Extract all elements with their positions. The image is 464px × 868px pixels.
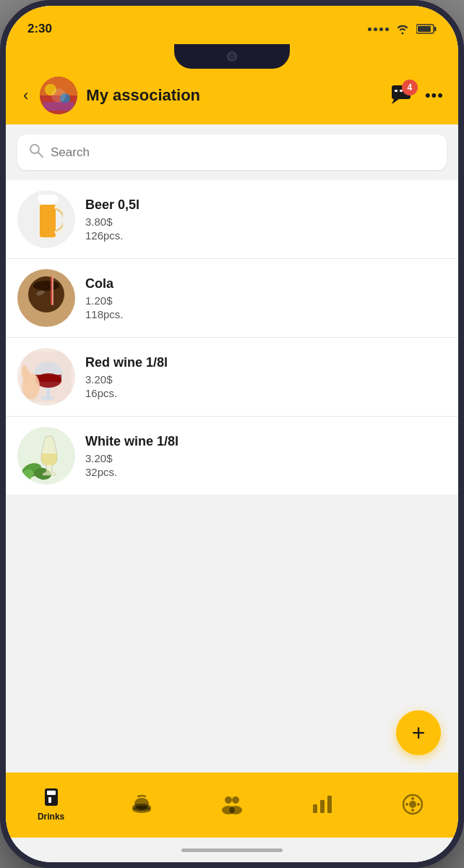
svg-line-15 xyxy=(38,153,43,157)
product-item-cola[interactable]: Cola 1.20$ 118pcs. xyxy=(6,259,458,338)
screen: 2:30 xyxy=(6,6,458,862)
nav-item-settings[interactable] xyxy=(368,793,458,815)
food-icon xyxy=(131,793,152,815)
svg-point-49 xyxy=(229,806,242,814)
header: ‹ My association xyxy=(6,69,458,124)
product-price-whitewine: 3.20$ xyxy=(85,452,447,464)
svg-rect-50 xyxy=(313,804,317,813)
notch-cutout xyxy=(174,44,290,69)
signal-dot-3 xyxy=(379,27,383,31)
search-input[interactable] xyxy=(51,145,435,160)
header-title: My association xyxy=(86,86,382,105)
svg-rect-7 xyxy=(43,102,74,111)
search-container xyxy=(6,124,458,180)
product-name-cola: Cola xyxy=(85,276,447,292)
stats-icon xyxy=(312,794,333,814)
svg-point-56 xyxy=(411,809,414,812)
camera xyxy=(227,51,237,61)
white-wine-icon xyxy=(21,430,72,481)
status-bar: 2:30 xyxy=(6,6,458,43)
product-info-redwine: Red wine 1/8l 3.20$ 16pcs. xyxy=(85,355,447,399)
svg-point-55 xyxy=(411,797,414,800)
more-button[interactable]: ••• xyxy=(425,86,444,105)
wifi-icon xyxy=(395,23,411,35)
product-pcs-whitewine: 32pcs. xyxy=(85,466,447,478)
nav-label-drinks: Drinks xyxy=(38,812,64,822)
product-image-redwine xyxy=(17,348,75,406)
svg-rect-30 xyxy=(35,375,61,382)
notch xyxy=(6,43,458,69)
product-info-cola: Cola 1.20$ 118pcs. xyxy=(85,276,447,320)
signal-dots xyxy=(368,27,389,31)
content: Beer 0,5l 3.80$ 126pcs. xyxy=(6,124,458,773)
search-icon xyxy=(29,143,43,161)
svg-rect-25 xyxy=(52,276,53,305)
back-button[interactable]: ‹ xyxy=(20,83,31,108)
product-price-cola: 1.20$ xyxy=(85,294,447,307)
home-bar xyxy=(181,848,283,852)
product-name-whitewine: White wine 1/8l xyxy=(85,434,447,449)
header-actions: 4 ••• xyxy=(390,84,444,107)
svg-point-47 xyxy=(232,796,239,804)
signal-dot-1 xyxy=(368,27,371,31)
svg-point-23 xyxy=(33,281,59,291)
avatar xyxy=(40,77,77,114)
svg-point-54 xyxy=(409,801,416,808)
svg-point-19 xyxy=(48,195,56,200)
signal-dot-2 xyxy=(374,27,377,31)
drinks-icon xyxy=(40,787,62,809)
svg-point-45 xyxy=(134,798,149,809)
svg-point-58 xyxy=(417,803,420,806)
battery-icon xyxy=(416,24,437,34)
cola-cup-icon xyxy=(25,273,68,323)
add-button[interactable]: + xyxy=(396,710,441,755)
product-item-beer[interactable]: Beer 0,5l 3.80$ 126pcs. xyxy=(6,180,458,259)
svg-point-46 xyxy=(225,796,232,804)
product-pcs-redwine: 16pcs. xyxy=(85,387,447,399)
nav-item-stats[interactable] xyxy=(278,794,368,814)
fab-container: + xyxy=(6,495,458,773)
beer-glass-icon xyxy=(30,195,63,244)
svg-rect-42 xyxy=(48,797,51,803)
svg-rect-52 xyxy=(327,796,332,813)
product-price-redwine: 3.20$ xyxy=(85,373,447,386)
svg-rect-2 xyxy=(418,26,431,32)
svg-rect-20 xyxy=(40,205,56,237)
product-pcs-beer: 126pcs. xyxy=(85,229,447,242)
status-time: 2:30 xyxy=(27,22,52,36)
nav-item-drinks[interactable]: Drinks xyxy=(6,787,96,822)
bottom-nav: Drinks xyxy=(6,773,458,838)
signal-dot-4 xyxy=(385,27,389,31)
home-indicator xyxy=(6,838,458,862)
svg-point-35 xyxy=(22,365,27,378)
svg-point-14 xyxy=(30,145,39,153)
search-bar xyxy=(17,135,447,170)
svg-point-32 xyxy=(40,396,55,400)
svg-rect-11 xyxy=(395,90,398,92)
avatar-image xyxy=(40,77,77,114)
red-wine-icon xyxy=(21,352,72,402)
svg-point-57 xyxy=(405,803,408,806)
svg-marker-10 xyxy=(392,99,399,104)
product-image-cola xyxy=(17,269,75,327)
settings-icon xyxy=(402,793,424,815)
product-image-beer xyxy=(17,190,75,248)
product-image-whitewine xyxy=(17,427,75,485)
product-name-beer: Beer 0,5l xyxy=(85,197,447,213)
nav-item-members[interactable] xyxy=(186,794,277,814)
product-pcs-cola: 118pcs. xyxy=(85,308,447,320)
product-name-redwine: Red wine 1/8l xyxy=(85,355,447,370)
svg-point-8 xyxy=(51,88,66,103)
phone-shell: 2:30 xyxy=(0,0,464,868)
notification-badge: 4 xyxy=(402,80,418,95)
product-info-whitewine: White wine 1/8l 3.20$ 32pcs. xyxy=(85,434,447,478)
product-list: Beer 0,5l 3.80$ 126pcs. xyxy=(6,180,458,495)
product-item-whitewine[interactable]: White wine 1/8l 3.20$ 32pcs. xyxy=(6,417,458,495)
product-item-redwine[interactable]: Red wine 1/8l 3.20$ 16pcs. xyxy=(6,338,458,417)
status-icons xyxy=(368,23,437,35)
svg-rect-1 xyxy=(434,27,437,31)
svg-rect-51 xyxy=(320,800,325,813)
notification-button[interactable]: 4 xyxy=(390,84,412,107)
members-icon xyxy=(220,794,244,814)
nav-item-food[interactable] xyxy=(96,793,186,815)
